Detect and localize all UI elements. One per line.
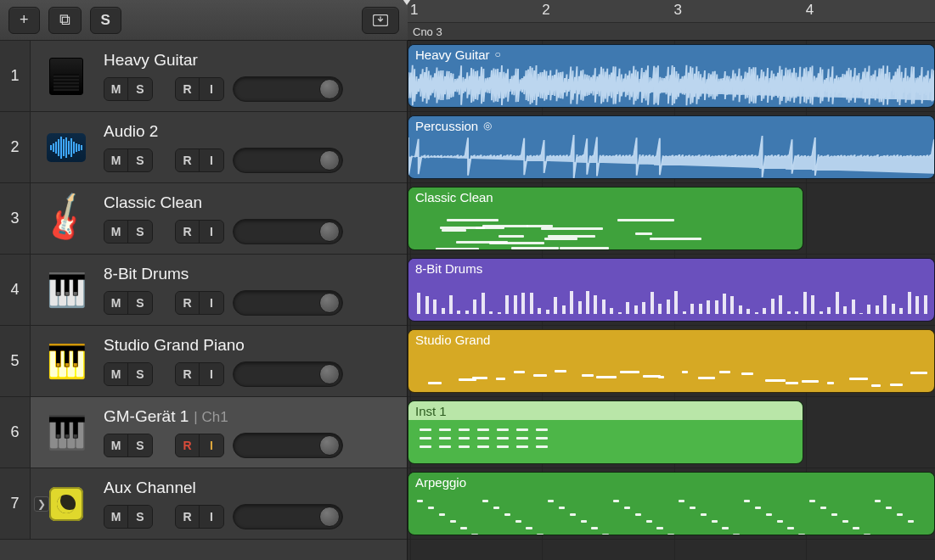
lane[interactable]: Arpeggio <box>408 468 935 540</box>
pan-slider[interactable] <box>233 361 343 387</box>
record-enable-button[interactable]: R <box>176 434 200 456</box>
track-icon[interactable]: 🎹 <box>31 326 102 396</box>
track-icon[interactable]: 🎹 <box>31 397 102 468</box>
region[interactable]: Arpeggio <box>408 472 935 535</box>
mute-button[interactable]: M <box>104 149 128 171</box>
track-icon[interactable]: 🎸 <box>31 183 102 254</box>
input-monitor-button[interactable]: I <box>200 363 223 385</box>
record-enable-button[interactable]: R <box>176 149 200 171</box>
input-monitor-button[interactable]: I <box>200 434 223 456</box>
track-icon[interactable] <box>31 468 102 539</box>
solo-button[interactable]: S <box>128 78 152 100</box>
bar-number: 2 <box>542 2 549 19</box>
region[interactable]: Percussion◎ <box>408 115 935 179</box>
marker-track[interactable]: Cno 3 <box>408 23 935 40</box>
pan-slider[interactable] <box>233 219 343 244</box>
track-header[interactable]: 7❯Aux ChannelMSRI <box>0 468 407 540</box>
arrange-area[interactable]: Heavy Guitar○Percussion◎Classic Clean8-B… <box>408 41 935 560</box>
solo-button[interactable]: S <box>128 149 152 171</box>
mute-button[interactable]: M <box>104 78 128 100</box>
pan-slider[interactable] <box>233 504 343 529</box>
lane[interactable]: Heavy Guitar○ <box>408 41 935 112</box>
track-channel: | Ch1 <box>194 409 228 426</box>
bar-number: 4 <box>806 2 814 19</box>
track-number: 7 <box>0 468 31 539</box>
track-number: 2 <box>0 112 31 182</box>
mute-button[interactable]: M <box>104 434 128 456</box>
ruler-bars[interactable]: 1234 <box>408 0 935 23</box>
solo-button[interactable]: S <box>128 363 152 385</box>
track-header[interactable]: 5🎹Studio Grand PianoMSRI <box>0 326 407 397</box>
track-name[interactable]: Classic Clean <box>104 193 398 212</box>
input-monitor-button[interactable]: I <box>200 292 223 314</box>
duplicate-track-button[interactable]: ⧉ <box>48 7 82 34</box>
lane[interactable]: Percussion◎ <box>408 112 935 183</box>
daw-window: + ⧉ S 1234 Cno 3 1Heavy GuitarMSRI2Audio… <box>0 0 935 560</box>
region[interactable]: Heavy Guitar○ <box>408 44 935 108</box>
region[interactable]: 8-Bit Drums <box>408 258 935 322</box>
loop-icon: ◎ <box>483 120 492 132</box>
track-name[interactable]: Studio Grand Piano <box>104 336 398 355</box>
import-button[interactable] <box>362 7 399 34</box>
global-solo-button[interactable]: S <box>90 7 121 34</box>
record-enable-button[interactable]: R <box>176 506 200 528</box>
track-number: 1 <box>0 41 31 111</box>
record-enable-button[interactable]: R <box>176 221 200 243</box>
region[interactable]: Inst 1 <box>408 400 803 464</box>
midi-preview <box>412 281 931 317</box>
mute-button[interactable]: M <box>104 506 128 528</box>
track-icon[interactable] <box>31 41 102 111</box>
track-name[interactable]: Aux Channel <box>104 479 398 497</box>
track-name[interactable]: Heavy Guitar <box>104 51 398 70</box>
region-label: Percussion <box>415 119 478 133</box>
playhead-icon[interactable] <box>401 0 413 5</box>
import-icon <box>373 14 388 26</box>
track-header[interactable]: 4🎹8-Bit DrumsMSRI <box>0 255 407 326</box>
mute-button[interactable]: M <box>104 221 128 243</box>
pan-slider[interactable] <box>233 148 343 173</box>
bar-ruler[interactable]: 1234 Cno 3 <box>408 0 935 41</box>
input-monitor-button[interactable]: I <box>200 506 223 528</box>
track-icon[interactable] <box>31 112 102 182</box>
record-enable-button[interactable]: R <box>176 363 200 385</box>
mute-button[interactable]: M <box>104 292 128 314</box>
waveform <box>408 64 934 107</box>
midi-preview <box>412 352 931 389</box>
track-number: 5 <box>0 326 31 396</box>
track-header[interactable]: 1Heavy GuitarMSRI <box>0 41 407 112</box>
region[interactable]: Studio Grand <box>408 329 935 393</box>
region[interactable]: Classic Clean <box>408 187 803 250</box>
region-label: Classic Clean <box>415 190 493 204</box>
solo-button[interactable]: S <box>128 292 152 314</box>
lane[interactable]: Inst 1 <box>408 397 935 468</box>
lane[interactable]: Classic Clean <box>408 183 935 255</box>
pan-slider[interactable] <box>233 290 343 316</box>
add-track-button[interactable]: + <box>8 7 40 34</box>
track-icon[interactable]: 🎹 <box>31 255 102 325</box>
track-name[interactable]: GM-Gerät 1| Ch1 <box>104 407 398 426</box>
waveform <box>408 135 934 178</box>
track-header[interactable]: 6🎹GM-Gerät 1| Ch1MSRI <box>0 397 407 468</box>
solo-button[interactable]: S <box>128 434 152 456</box>
loop-icon: ○ <box>495 48 501 60</box>
input-monitor-button[interactable]: I <box>200 221 223 243</box>
lane[interactable]: 8-Bit Drums <box>408 255 935 326</box>
region-label: Inst 1 <box>415 404 447 418</box>
solo-button[interactable]: S <box>128 221 152 243</box>
track-name[interactable]: 8-Bit Drums <box>104 265 398 283</box>
track-name[interactable]: Audio 2 <box>104 122 398 141</box>
track-header[interactable]: 3🎸Classic CleanMSRI <box>0 183 407 255</box>
lane[interactable]: Studio Grand <box>408 326 935 397</box>
pan-slider[interactable] <box>233 76 343 102</box>
record-enable-button[interactable]: R <box>176 78 200 100</box>
bar-number: 3 <box>674 2 682 19</box>
record-enable-button[interactable]: R <box>176 292 200 314</box>
input-monitor-button[interactable]: I <box>200 78 223 100</box>
pan-slider[interactable] <box>233 433 343 458</box>
region-lanes: Heavy Guitar○Percussion◎Classic Clean8-B… <box>408 41 935 560</box>
track-number: 6 <box>0 397 31 468</box>
track-header[interactable]: 2Audio 2MSRI <box>0 112 407 183</box>
mute-button[interactable]: M <box>104 363 128 385</box>
input-monitor-button[interactable]: I <box>200 149 223 171</box>
solo-button[interactable]: S <box>128 506 152 528</box>
